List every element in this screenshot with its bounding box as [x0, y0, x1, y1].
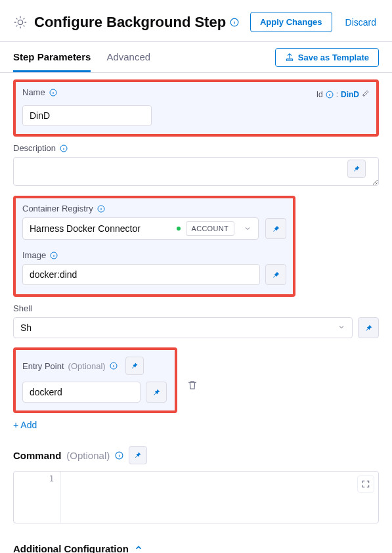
entry-point-input[interactable] [22, 382, 141, 403]
image-label: Image [22, 250, 286, 260]
chevron-down-icon [338, 322, 345, 333]
entry-point-label: Entry Point (Optional) [22, 357, 168, 375]
description-info-icon[interactable] [60, 144, 68, 152]
command-pin-button[interactable] [129, 446, 147, 464]
edit-id-icon[interactable] [362, 89, 370, 99]
name-input[interactable] [22, 105, 152, 126]
dialog-header: Configure Background Step Apply Changes … [0, 0, 392, 41]
page-title: Configure Background Step [34, 14, 244, 31]
name-label: Name [22, 87, 57, 97]
registry-info-icon[interactable] [97, 205, 105, 213]
add-entry-button[interactable]: + Add [13, 420, 379, 430]
tab-advanced[interactable]: Advanced [106, 42, 150, 72]
registry-pin-button[interactable] [265, 218, 286, 239]
svg-rect-2 [286, 59, 292, 60]
save-as-template-button[interactable]: Save as Template [275, 48, 379, 67]
chevron-down-icon [240, 225, 255, 232]
additional-config-toggle[interactable]: Additional Configuration [13, 543, 379, 553]
image-info-icon[interactable] [50, 252, 58, 259]
command-label: Command [13, 450, 61, 461]
id-info-icon[interactable] [326, 91, 334, 99]
name-info-icon[interactable] [49, 89, 57, 97]
description-label: Description [13, 143, 379, 153]
entry-value-pin-button[interactable] [146, 382, 167, 403]
shell-section: Shell Sh [13, 298, 379, 338]
image-input[interactable] [22, 264, 260, 285]
description-input[interactable] [13, 157, 379, 186]
shell-label: Shell [13, 303, 379, 313]
discard-button[interactable]: Discard [339, 12, 379, 32]
tabs-bar: Step Parameters Advanced Save as Templat… [0, 42, 392, 72]
shell-pin-button[interactable] [358, 317, 379, 338]
shell-value: Sh [20, 322, 32, 333]
tab-step-parameters[interactable]: Step Parameters [13, 42, 91, 72]
entry-info-icon[interactable] [110, 362, 118, 370]
command-editor[interactable]: 1 [13, 471, 379, 523]
expand-editor-icon[interactable] [357, 476, 374, 493]
container-registry-selector[interactable]: Harness Docker Connector ACCOUNT [22, 217, 259, 240]
shell-select[interactable]: Sh [13, 317, 353, 338]
entry-point-section: Entry Point (Optional) [13, 347, 177, 413]
svg-point-0 [18, 20, 22, 24]
description-pin-button[interactable] [347, 160, 366, 178]
name-section: Name Id : DinD [13, 79, 379, 137]
image-pin-button[interactable] [265, 264, 286, 285]
id-display: Id : DinD [316, 89, 370, 99]
editor-line-number: 1 [14, 472, 61, 523]
delete-entry-icon[interactable] [186, 379, 200, 392]
connector-name: Harness Docker Connector [30, 223, 171, 234]
connector-scope-badge: ACCOUNT [186, 221, 235, 236]
title-info-icon[interactable] [230, 18, 239, 27]
save-as-template-label: Save as Template [298, 53, 369, 62]
registry-image-section: Container Registry Harness Docker Connec… [13, 196, 295, 297]
command-section: Command (Optional) 1 [13, 446, 379, 523]
connector-status-icon [177, 227, 181, 231]
description-section: Description [13, 138, 379, 188]
container-registry-label: Container Registry [22, 204, 286, 213]
entry-label-pin-button[interactable] [125, 357, 144, 375]
step-type-icon [13, 15, 28, 30]
command-info-icon[interactable] [115, 451, 123, 460]
apply-changes-button[interactable]: Apply Changes [250, 12, 332, 32]
chevron-up-icon [134, 543, 143, 553]
